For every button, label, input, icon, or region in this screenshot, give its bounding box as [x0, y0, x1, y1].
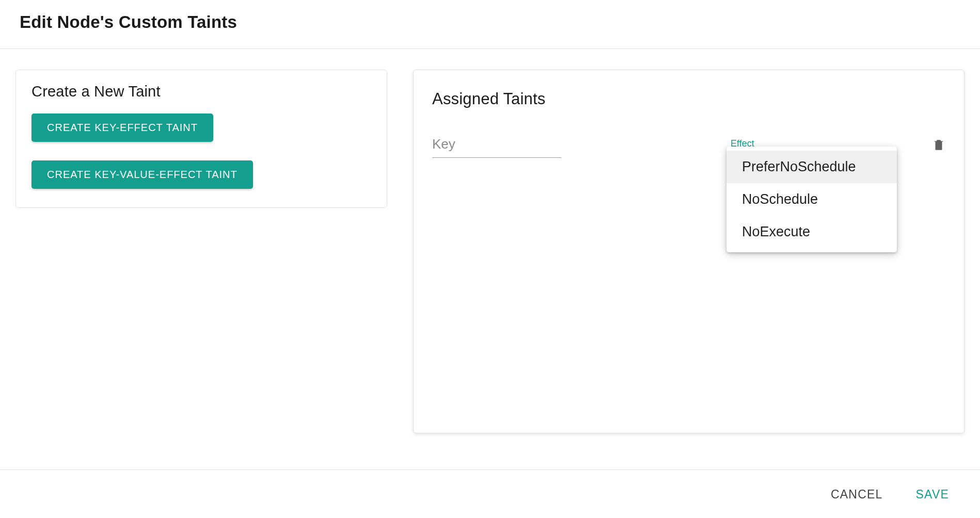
create-buttons-stack: CREATE KEY-EFFECT TAINT CREATE KEY-VALUE… [31, 114, 371, 189]
taint-key-input[interactable] [432, 133, 561, 158]
cancel-button[interactable]: CANCEL [829, 483, 885, 506]
effect-option-prefernoschedule[interactable]: PreferNoSchedule [726, 151, 897, 183]
delete-taint-button[interactable] [932, 137, 945, 154]
content-area: Create a New Taint CREATE KEY-EFFECT TAI… [0, 49, 980, 433]
create-key-value-effect-button[interactable]: CREATE KEY-VALUE-EFFECT TAINT [31, 160, 253, 189]
dialog-header: Edit Node's Custom Taints [0, 0, 980, 48]
create-key-effect-button[interactable]: CREATE KEY-EFFECT TAINT [31, 114, 213, 142]
save-button[interactable]: SAVE [914, 483, 951, 506]
assigned-taints-panel: Assigned Taints Effect PreferNoSchedule … [413, 70, 965, 433]
page-title: Edit Node's Custom Taints [20, 12, 960, 32]
footer-actions: CANCEL SAVE [0, 470, 980, 518]
key-input-wrapper [432, 133, 561, 158]
effect-option-noschedule[interactable]: NoSchedule [726, 183, 897, 216]
taint-row: Effect PreferNoSchedule NoSchedule NoExe… [432, 133, 945, 158]
create-taint-heading: Create a New Taint [31, 83, 371, 100]
create-taint-panel: Create a New Taint CREATE KEY-EFFECT TAI… [15, 70, 387, 208]
trash-icon [932, 137, 945, 152]
effect-option-noexecute[interactable]: NoExecute [726, 216, 897, 248]
effect-dropdown-menu: PreferNoSchedule NoSchedule NoExecute [726, 147, 897, 252]
assigned-taints-heading: Assigned Taints [432, 90, 945, 108]
dialog-footer: CANCEL SAVE [0, 470, 980, 518]
